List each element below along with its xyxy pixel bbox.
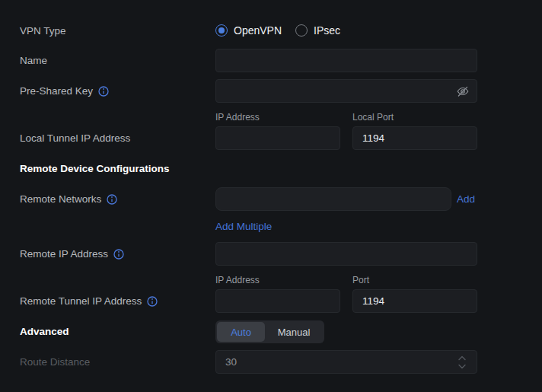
add-multiple-link[interactable]: Add Multiple: [215, 221, 272, 233]
info-icon[interactable]: [98, 86, 109, 97]
radio-unselected-icon: [295, 24, 308, 37]
name-label: Name: [20, 55, 47, 67]
advanced-mode-toggle: Auto Manual: [215, 320, 324, 343]
vpn-type-label: VPN Type: [20, 25, 66, 37]
radio-ipsec-label: IPsec: [314, 24, 340, 37]
remote-networks-input[interactable]: [215, 187, 451, 211]
name-input[interactable]: [215, 49, 477, 72]
remote-ip-address-header: IP Address: [215, 275, 260, 285]
toggle-option-auto[interactable]: Auto: [217, 322, 265, 342]
radio-selected-icon: [215, 24, 228, 37]
radio-openvpn[interactable]: OpenVPN: [215, 24, 282, 37]
local-port-input[interactable]: [352, 126, 477, 150]
eye-off-icon[interactable]: [455, 84, 470, 99]
vpn-settings-form: VPN Type OpenVPN IPsec Name Pre-Shared K…: [0, 0, 542, 392]
pre-shared-key-input[interactable]: [215, 79, 477, 103]
info-icon[interactable]: [113, 249, 124, 260]
add-button[interactable]: Add: [457, 193, 475, 206]
route-distance-input: [215, 350, 477, 374]
local-tunnel-ip-label: Local Tunnel IP Address: [20, 132, 130, 145]
info-icon[interactable]: [107, 194, 117, 205]
toggle-option-manual[interactable]: Manual: [265, 322, 323, 342]
pre-shared-key-label: Pre-Shared Key: [20, 85, 109, 97]
remote-device-configurations-heading: Remote Device Configurations: [20, 163, 170, 175]
number-stepper-chevrons: [455, 354, 469, 371]
remote-tunnel-ip-input[interactable]: [215, 289, 340, 313]
route-distance-label: Route Distance: [20, 356, 90, 368]
local-ip-address-header: IP Address: [215, 112, 260, 123]
vpn-type-radio-group: OpenVPN IPsec: [215, 24, 340, 37]
advanced-label: Advanced: [20, 326, 69, 338]
local-tunnel-ip-input[interactable]: [215, 126, 340, 150]
radio-ipsec[interactable]: IPsec: [295, 24, 340, 37]
remote-networks-label: Remote Networks: [20, 193, 117, 206]
remote-port-input[interactable]: [352, 289, 477, 313]
local-port-header: Local Port: [352, 112, 394, 123]
radio-openvpn-label: OpenVPN: [234, 24, 282, 37]
info-icon[interactable]: [147, 296, 158, 307]
remote-port-header: Port: [352, 275, 369, 285]
remote-tunnel-ip-label: Remote Tunnel IP Address: [20, 295, 158, 308]
remote-ip-address-label: Remote IP Address: [20, 248, 124, 260]
remote-ip-address-input[interactable]: [215, 242, 477, 266]
